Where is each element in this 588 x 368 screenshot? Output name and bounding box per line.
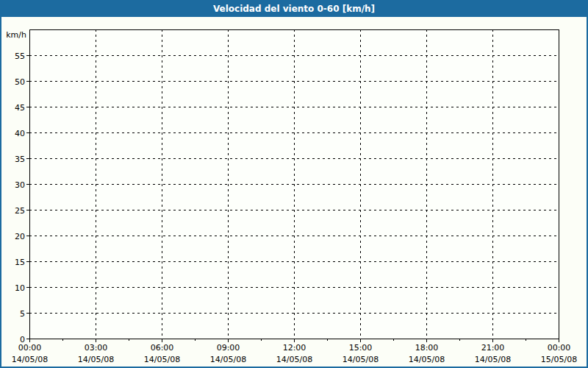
x-axis-tick-time-label: 21:00 (481, 343, 505, 353)
x-axis-tick-time-label: 09:00 (217, 343, 240, 353)
x-axis-tick-time-label: 00:00 (548, 343, 571, 353)
plot-area: 051015202530354045505500:0014/05/0803:00… (1, 1, 587, 367)
y-axis-tick-label: 45 (15, 103, 25, 113)
chart-window: Velocidad del viento 0-60 [km/h] km/h 05… (0, 0, 588, 368)
x-axis-tick-date-label: 14/05/08 (78, 355, 114, 364)
x-axis-tick-date-label: 14/05/08 (210, 355, 246, 364)
x-axis-tick-date-label: 14/05/08 (12, 355, 48, 364)
x-axis-tick-time-label: 06:00 (151, 343, 174, 353)
x-axis-tick-date-label: 15/05/08 (541, 355, 577, 364)
x-axis-tick-date-label: 14/05/08 (409, 355, 445, 364)
x-axis-tick-time-label: 03:00 (85, 343, 108, 353)
x-axis-tick-time-label: 18:00 (415, 343, 439, 353)
x-axis-tick-date-label: 14/05/08 (475, 355, 511, 364)
y-axis-tick-label: 25 (15, 206, 25, 216)
y-axis-tick-label: 35 (15, 155, 25, 164)
y-axis-tick-label: 40 (15, 129, 25, 138)
y-axis-tick-label: 5 (20, 309, 25, 319)
x-axis-tick-time-label: 00:00 (18, 343, 42, 353)
y-axis-tick-label: 15 (15, 258, 25, 267)
x-axis-tick-date-label: 14/05/08 (276, 355, 312, 364)
y-axis-tick-label: 20 (15, 232, 25, 241)
y-axis-tick-label: 55 (15, 52, 25, 61)
y-axis-tick-label: 10 (15, 283, 25, 293)
x-axis-tick-date-label: 14/05/08 (144, 355, 180, 364)
x-axis-tick-time-label: 12:00 (283, 343, 306, 353)
x-axis-tick-time-label: 15:00 (349, 343, 373, 353)
x-axis-tick-date-label: 14/05/08 (343, 355, 379, 364)
y-axis-tick-label: 50 (15, 77, 25, 87)
y-axis-tick-label: 30 (15, 180, 25, 190)
